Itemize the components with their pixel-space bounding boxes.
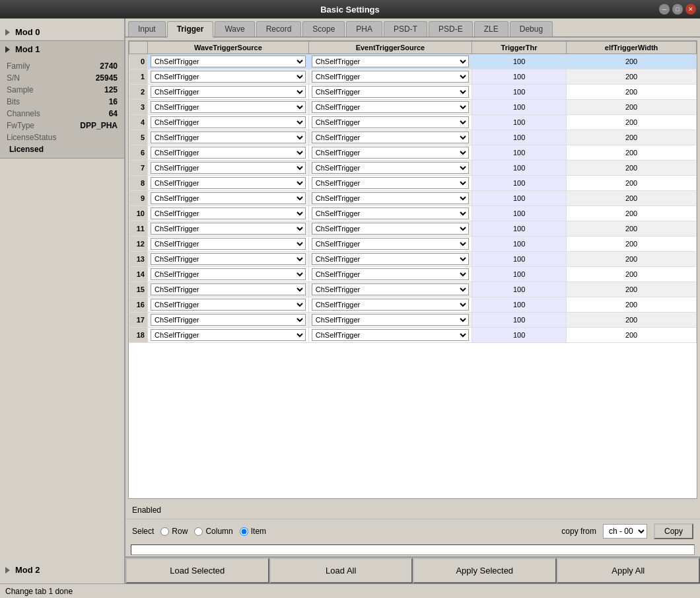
item-radio-label[interactable]: Item: [240, 527, 266, 536]
table-row-width[interactable]: 200: [567, 130, 697, 145]
table-row-thr[interactable]: 100: [472, 54, 567, 69]
table-row-width[interactable]: 200: [567, 191, 697, 206]
table-row-event[interactable]: ChSelfTrigger: [308, 100, 472, 115]
event-trigger-select[interactable]: ChSelfTrigger: [312, 192, 469, 204]
table-row-wave[interactable]: ChSelfTrigger: [148, 100, 309, 115]
tab-input[interactable]: Input: [128, 21, 166, 36]
wave-trigger-select[interactable]: ChSelfTrigger: [151, 238, 306, 250]
table-row-width[interactable]: 200: [567, 115, 697, 130]
event-trigger-select[interactable]: ChSelfTrigger: [312, 314, 469, 326]
apply-selected-button[interactable]: Apply Selected: [413, 558, 557, 583]
tab-scope[interactable]: Scope: [302, 21, 345, 36]
tab-psd-e[interactable]: PSD-E: [429, 21, 473, 36]
table-row-width[interactable]: 200: [567, 282, 697, 297]
close-button[interactable]: ✕: [685, 4, 696, 15]
minimize-button[interactable]: ─: [659, 4, 670, 15]
wave-trigger-select[interactable]: ChSelfTrigger: [151, 283, 306, 295]
tab-debug[interactable]: Debug: [510, 21, 553, 36]
tab-psd-t[interactable]: PSD-T: [384, 21, 427, 36]
event-trigger-select[interactable]: ChSelfTrigger: [312, 207, 469, 219]
table-row-thr[interactable]: 100: [472, 252, 567, 267]
table-row-thr[interactable]: 100: [472, 145, 567, 161]
wave-trigger-select[interactable]: ChSelfTrigger: [151, 192, 306, 204]
event-trigger-select[interactable]: ChSelfTrigger: [312, 299, 469, 311]
table-row-width[interactable]: 200: [567, 267, 697, 282]
sidebar-item-mod1[interactable]: Mod 1: [0, 41, 124, 57]
table-row-event[interactable]: ChSelfTrigger: [308, 237, 472, 252]
sidebar-item-mod2[interactable]: Mod 2: [0, 562, 124, 578]
event-trigger-select[interactable]: ChSelfTrigger: [312, 131, 469, 143]
event-trigger-select[interactable]: ChSelfTrigger: [312, 162, 469, 174]
event-trigger-select[interactable]: ChSelfTrigger: [312, 177, 469, 189]
table-row-event[interactable]: ChSelfTrigger: [308, 85, 472, 100]
table-row-wave[interactable]: ChSelfTrigger: [148, 237, 309, 252]
wave-trigger-select[interactable]: ChSelfTrigger: [151, 86, 306, 98]
wave-trigger-select[interactable]: ChSelfTrigger: [151, 147, 306, 159]
wave-trigger-select[interactable]: ChSelfTrigger: [151, 268, 306, 280]
table-row-width[interactable]: 200: [567, 85, 697, 100]
wave-trigger-select[interactable]: ChSelfTrigger: [151, 299, 306, 311]
wave-trigger-select[interactable]: ChSelfTrigger: [151, 177, 306, 189]
table-row-wave[interactable]: ChSelfTrigger: [148, 176, 309, 191]
table-row-width[interactable]: 200: [567, 69, 697, 85]
table-row-wave[interactable]: ChSelfTrigger: [148, 328, 309, 343]
table-row-wave[interactable]: ChSelfTrigger: [148, 115, 309, 130]
table-row-width[interactable]: 200: [567, 54, 697, 69]
tab-trigger[interactable]: Trigger: [167, 21, 214, 38]
event-trigger-select[interactable]: ChSelfTrigger: [312, 147, 469, 159]
table-row-thr[interactable]: 100: [472, 161, 567, 176]
table-row-thr[interactable]: 100: [472, 282, 567, 297]
table-row-event[interactable]: ChSelfTrigger: [308, 191, 472, 206]
load-selected-button[interactable]: Load Selected: [125, 558, 269, 583]
table-row-wave[interactable]: ChSelfTrigger: [148, 267, 309, 282]
table-row-wave[interactable]: ChSelfTrigger: [148, 282, 309, 297]
item-radio[interactable]: [240, 527, 248, 536]
table-row-thr[interactable]: 100: [472, 328, 567, 343]
column-radio-label[interactable]: Column: [194, 527, 232, 536]
tab-zle[interactable]: ZLE: [474, 21, 508, 36]
wave-trigger-select[interactable]: ChSelfTrigger: [151, 56, 306, 67]
wave-trigger-select[interactable]: ChSelfTrigger: [151, 223, 306, 235]
copy-button[interactable]: Copy: [654, 523, 693, 539]
wave-trigger-select[interactable]: ChSelfTrigger: [151, 314, 306, 326]
table-row-thr[interactable]: 100: [472, 221, 567, 237]
table-row-thr[interactable]: 100: [472, 115, 567, 130]
row-radio-label[interactable]: Row: [160, 527, 188, 536]
table-row-width[interactable]: 200: [567, 313, 697, 328]
wave-trigger-select[interactable]: ChSelfTrigger: [151, 162, 306, 174]
table-row-event[interactable]: ChSelfTrigger: [308, 313, 472, 328]
table-row-event[interactable]: ChSelfTrigger: [308, 282, 472, 297]
load-all-button[interactable]: Load All: [269, 558, 413, 583]
table-row-wave[interactable]: ChSelfTrigger: [148, 69, 309, 85]
event-trigger-select[interactable]: ChSelfTrigger: [312, 71, 469, 83]
event-trigger-select[interactable]: ChSelfTrigger: [312, 223, 469, 235]
table-row-event[interactable]: ChSelfTrigger: [308, 297, 472, 313]
event-trigger-select[interactable]: ChSelfTrigger: [312, 116, 469, 128]
table-row-wave[interactable]: ChSelfTrigger: [148, 85, 309, 100]
apply-all-button[interactable]: Apply All: [557, 558, 701, 583]
table-row-event[interactable]: ChSelfTrigger: [308, 221, 472, 237]
table-row-thr[interactable]: 100: [472, 69, 567, 85]
wave-trigger-select[interactable]: ChSelfTrigger: [151, 131, 306, 143]
table-row-event[interactable]: ChSelfTrigger: [308, 176, 472, 191]
wave-trigger-select[interactable]: ChSelfTrigger: [151, 101, 306, 113]
tab-record[interactable]: Record: [256, 21, 302, 36]
table-row-thr[interactable]: 100: [472, 313, 567, 328]
event-trigger-select[interactable]: ChSelfTrigger: [312, 101, 469, 113]
table-row-thr[interactable]: 100: [472, 206, 567, 221]
table-row-event[interactable]: ChSelfTrigger: [308, 145, 472, 161]
table-row-width[interactable]: 200: [567, 252, 697, 267]
table-row-width[interactable]: 200: [567, 221, 697, 237]
event-trigger-select[interactable]: ChSelfTrigger: [312, 268, 469, 280]
table-row-width[interactable]: 200: [567, 328, 697, 343]
table-row-wave[interactable]: ChSelfTrigger: [148, 191, 309, 206]
table-row-thr[interactable]: 100: [472, 100, 567, 115]
event-trigger-select[interactable]: ChSelfTrigger: [312, 56, 469, 67]
table-row-event[interactable]: ChSelfTrigger: [308, 130, 472, 145]
wave-trigger-select[interactable]: ChSelfTrigger: [151, 116, 306, 128]
table-row-thr[interactable]: 100: [472, 130, 567, 145]
table-row-thr[interactable]: 100: [472, 85, 567, 100]
table-row-wave[interactable]: ChSelfTrigger: [148, 54, 309, 69]
maximize-button[interactable]: □: [672, 4, 683, 15]
table-row-wave[interactable]: ChSelfTrigger: [148, 313, 309, 328]
